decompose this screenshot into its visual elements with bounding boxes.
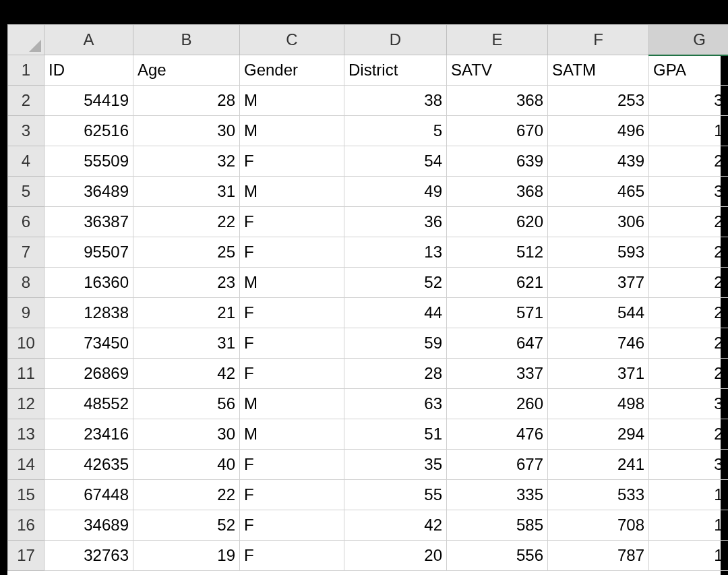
spreadsheet-grid[interactable]: ABCDEFG 1IDAgeGenderDistrictSATVSATMGPA2… <box>7 24 721 575</box>
cell-E5[interactable]: 368 <box>447 177 548 207</box>
cell-G5[interactable]: 3.11 <box>649 177 729 207</box>
cell-G9[interactable]: 2.13 <box>649 298 729 328</box>
row-header-10[interactable]: 10 <box>8 328 44 359</box>
column-header-B[interactable]: B <box>133 25 240 55</box>
cell-A6[interactable]: 36387 <box>44 207 133 237</box>
cell-G7[interactable]: 2.83 <box>649 237 729 268</box>
cell-E11[interactable]: 337 <box>447 359 548 389</box>
cell-A13[interactable]: 23416 <box>44 419 133 450</box>
cell-A12[interactable]: 48552 <box>44 389 133 419</box>
cell-C12[interactable]: M <box>240 389 344 419</box>
column-header-A[interactable]: A <box>44 25 133 55</box>
row-header-3[interactable]: 3 <box>8 116 44 146</box>
row-header-14[interactable]: 14 <box>8 450 44 480</box>
row-header-2[interactable]: 2 <box>8 86 44 116</box>
cell-A7[interactable]: 95507 <box>44 237 133 268</box>
cell-A8[interactable]: 16360 <box>44 268 133 298</box>
cell-E16[interactable]: 585 <box>447 510 548 541</box>
cell-E10[interactable]: 647 <box>447 328 548 359</box>
cell-B4[interactable]: 32 <box>133 146 240 177</box>
cell-F3[interactable]: 496 <box>548 116 649 146</box>
row-header-7[interactable]: 7 <box>8 237 44 268</box>
cell-C14[interactable]: F <box>240 450 344 480</box>
cell-E8[interactable]: 621 <box>447 268 548 298</box>
cell-B6[interactable]: 22 <box>133 207 240 237</box>
cell-F16[interactable]: 708 <box>548 510 649 541</box>
cell-A10[interactable]: 73450 <box>44 328 133 359</box>
cell-G3[interactable]: 1.11 <box>649 116 729 146</box>
cell-F1[interactable]: SATM <box>548 55 649 86</box>
cell-F12[interactable]: 498 <box>548 389 649 419</box>
cell-A17[interactable]: 32763 <box>44 541 133 571</box>
cell-D4[interactable]: 54 <box>344 146 447 177</box>
cell-B10[interactable]: 31 <box>133 328 240 359</box>
column-header-F[interactable]: F <box>548 25 649 55</box>
cell-E15[interactable]: 335 <box>447 480 548 510</box>
row-header-15[interactable]: 15 <box>8 480 44 510</box>
cell-G10[interactable]: 2.08 <box>649 328 729 359</box>
cell-F8[interactable]: 377 <box>548 268 649 298</box>
cell-E14[interactable]: 677 <box>447 450 548 480</box>
cell-F10[interactable]: 746 <box>548 328 649 359</box>
cell-F11[interactable]: 371 <box>548 359 649 389</box>
cell-G11[interactable]: 2.28 <box>649 359 729 389</box>
cell-A9[interactable]: 12838 <box>44 298 133 328</box>
cell-F15[interactable]: 533 <box>548 480 649 510</box>
cell-C6[interactable]: F <box>240 207 344 237</box>
cell-E9[interactable]: 571 <box>447 298 548 328</box>
cell-G1[interactable]: GPA <box>649 55 729 86</box>
cell-G6[interactable]: 2.16 <box>649 207 729 237</box>
cell-C3[interactable]: M <box>240 116 344 146</box>
cell-A14[interactable]: 42635 <box>44 450 133 480</box>
cell-G4[interactable]: 2.68 <box>649 146 729 177</box>
cell-F13[interactable]: 294 <box>548 419 649 450</box>
cell-E2[interactable]: 368 <box>447 86 548 116</box>
cell-D10[interactable]: 59 <box>344 328 447 359</box>
row-header-9[interactable]: 9 <box>8 298 44 328</box>
cell-F6[interactable]: 306 <box>548 207 649 237</box>
cell-F17[interactable]: 787 <box>548 541 649 571</box>
select-all-corner[interactable] <box>8 25 44 55</box>
row-header-13[interactable]: 13 <box>8 419 44 450</box>
cell-G12[interactable]: 3.24 <box>649 389 729 419</box>
cell-C1[interactable]: Gender <box>240 55 344 86</box>
cell-A3[interactable]: 62516 <box>44 116 133 146</box>
row-header-4[interactable]: 4 <box>8 146 44 177</box>
cell-B17[interactable]: 19 <box>133 541 240 571</box>
cell-D6[interactable]: 36 <box>344 207 447 237</box>
cell-C8[interactable]: M <box>240 268 344 298</box>
cell-D9[interactable]: 44 <box>344 298 447 328</box>
cell-G17[interactable]: 1.18 <box>649 541 729 571</box>
cell-B15[interactable]: 22 <box>133 480 240 510</box>
cell-D17[interactable]: 20 <box>344 541 447 571</box>
cell-F9[interactable]: 544 <box>548 298 649 328</box>
cell-B2[interactable]: 28 <box>133 86 240 116</box>
cell-C2[interactable]: M <box>240 86 344 116</box>
cell-C17[interactable]: F <box>240 541 344 571</box>
cell-D3[interactable]: 5 <box>344 116 447 146</box>
cell-E17[interactable]: 556 <box>447 541 548 571</box>
cell-B5[interactable]: 31 <box>133 177 240 207</box>
cell-B9[interactable]: 21 <box>133 298 240 328</box>
cell-G15[interactable]: 1.81 <box>649 480 729 510</box>
column-header-C[interactable]: C <box>240 25 344 55</box>
cell-F5[interactable]: 465 <box>548 177 649 207</box>
cell-E4[interactable]: 639 <box>447 146 548 177</box>
cell-C16[interactable]: F <box>240 510 344 541</box>
cell-C10[interactable]: F <box>240 328 344 359</box>
cell-B8[interactable]: 23 <box>133 268 240 298</box>
cell-C7[interactable]: F <box>240 237 344 268</box>
cell-D11[interactable]: 28 <box>344 359 447 389</box>
cell-C15[interactable]: F <box>240 480 344 510</box>
cell-G8[interactable]: 2.79 <box>649 268 729 298</box>
cell-G2[interactable]: 3.52 <box>649 86 729 116</box>
cell-G13[interactable]: 2.31 <box>649 419 729 450</box>
cell-C9[interactable]: F <box>240 298 344 328</box>
row-header-17[interactable]: 17 <box>8 541 44 571</box>
cell-C11[interactable]: F <box>240 359 344 389</box>
cell-A16[interactable]: 34689 <box>44 510 133 541</box>
cell-A4[interactable]: 55509 <box>44 146 133 177</box>
row-header-12[interactable]: 12 <box>8 389 44 419</box>
cell-E1[interactable]: SATV <box>447 55 548 86</box>
cell-C4[interactable]: F <box>240 146 344 177</box>
